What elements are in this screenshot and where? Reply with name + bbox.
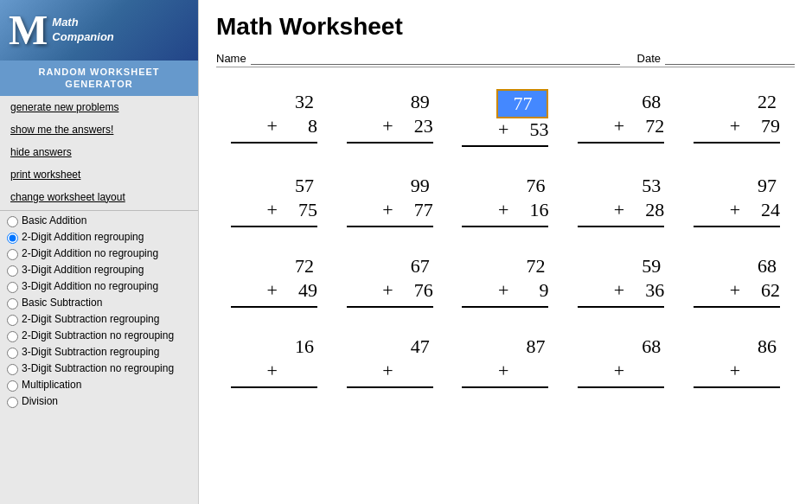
radio-3digit-sub-no-regroup-input[interactable] <box>7 364 18 375</box>
radio-3digit-add-regroup-input[interactable] <box>7 265 18 277</box>
problem-top: 72 <box>496 253 548 279</box>
problem-num: 79 <box>745 115 780 137</box>
hide-answers-link[interactable]: hide answers <box>0 141 198 163</box>
op-sign: + <box>498 199 508 221</box>
answer-line <box>347 224 433 227</box>
answer-line <box>578 140 664 144</box>
answer-line <box>694 304 780 308</box>
problem-bottom: + 62 <box>730 279 780 302</box>
problem-bottom: + 28 <box>614 199 664 221</box>
worksheet-title: Math Worksheet <box>216 13 795 41</box>
radio-3digit-add-no-regroup-label: 3-Digit Addition no regrouping <box>22 280 158 292</box>
problem-num: 9 <box>514 279 548 302</box>
problem-top: 59 <box>612 253 664 279</box>
sidebar: M Math Companion RANDOM WORKSHEET GENERA… <box>0 0 199 504</box>
radio-2digit-sub-no-regroup[interactable]: 2-Digit Subtraction no regrouping <box>0 328 198 344</box>
radio-3digit-add-regroup[interactable]: 3-Digit Addition regrouping <box>0 262 198 278</box>
problem-4-5: 86 + <box>694 334 780 388</box>
op-sign: + <box>730 199 740 221</box>
problem-2-2: 99 + 77 <box>347 173 433 227</box>
problems-row-1: 32 + 8 89 + 23 77 + 53 68 <box>216 89 795 147</box>
radio-2digit-add-no-regroup-label: 2-Digit Addition no regrouping <box>22 247 158 259</box>
radio-2digit-sub-no-regroup-input[interactable] <box>7 331 18 342</box>
op-sign: + <box>498 118 508 141</box>
generate-link[interactable]: generate new problems <box>0 96 198 118</box>
problem-top: 57 <box>265 173 317 199</box>
problem-bottom: + 8 <box>266 115 316 137</box>
radio-basic-addition[interactable]: Basic Addition <box>0 213 198 229</box>
logo-text-block: Math Companion <box>52 16 114 45</box>
radio-3digit-sub-no-regroup[interactable]: 3-Digit Subtraction no regrouping <box>0 360 198 377</box>
radio-basic-addition-label: Basic Addition <box>22 214 86 226</box>
problem-top: 68 <box>728 253 780 279</box>
problem-top: 89 <box>381 89 433 115</box>
problem-1-4: 68 + 72 <box>578 89 664 147</box>
radio-division[interactable]: Division <box>0 393 198 410</box>
problem-top: 76 <box>496 173 548 199</box>
problem-bottom: + 23 <box>382 115 432 137</box>
op-sign: + <box>614 115 624 137</box>
problem-top: 47 <box>381 334 433 360</box>
problems-row-4: 16 + 47 + 87 + 68 + <box>216 334 795 388</box>
radio-3digit-add-no-regroup-input[interactable] <box>7 282 18 293</box>
generator-title: RANDOM WORKSHEET GENERATOR <box>0 61 198 96</box>
problem-bottom: + <box>266 360 316 382</box>
radio-multiplication-label: Multiplication <box>22 379 81 391</box>
logo-m-letter: M <box>9 10 48 51</box>
problem-bottom: + 75 <box>266 199 316 221</box>
radio-2digit-sub-regroup-input[interactable] <box>7 315 18 326</box>
radio-basic-subtraction[interactable]: Basic Subtraction <box>0 295 198 311</box>
logo-text-line1: Math <box>52 16 114 30</box>
radio-2digit-sub-regroup[interactable]: 2-Digit Subtraction regrouping <box>0 311 198 328</box>
problem-num: 53 <box>514 118 548 141</box>
radio-3digit-add-no-regroup[interactable]: 3-Digit Addition no regrouping <box>0 278 198 295</box>
problem-top: 22 <box>728 89 780 115</box>
problem-3-3: 72 + 9 <box>462 253 548 308</box>
problem-4-4: 68 + <box>578 334 664 388</box>
radio-2digit-add-regroup-input[interactable] <box>7 233 18 244</box>
logo-area: M Math Companion <box>0 0 198 61</box>
problem-num: 62 <box>745 279 780 302</box>
print-link[interactable]: print worksheet <box>0 163 198 186</box>
op-sign: + <box>266 360 277 382</box>
problem-bottom: + 24 <box>730 199 780 221</box>
radio-2digit-sub-no-regroup-label: 2-Digit Subtraction no regrouping <box>22 329 174 341</box>
sidebar-divider <box>0 210 198 211</box>
radio-basic-subtraction-label: Basic Subtraction <box>22 297 102 309</box>
answer-line <box>231 140 317 144</box>
radio-3digit-sub-regroup[interactable]: 3-Digit Subtraction regrouping <box>0 344 198 360</box>
radio-division-input[interactable] <box>7 397 18 408</box>
problem-4-2: 47 + <box>347 334 433 388</box>
radio-multiplication-input[interactable] <box>7 380 18 392</box>
problem-3-1: 72 + 49 <box>231 253 317 308</box>
show-answers-link[interactable]: show me the answers! <box>0 118 198 141</box>
op-sign: + <box>614 199 624 221</box>
problem-3-5: 68 + 62 <box>694 253 780 308</box>
problem-bottom: + <box>730 360 780 382</box>
radio-multiplication[interactable]: Multiplication <box>0 377 198 393</box>
problem-top: 87 <box>496 334 548 360</box>
problem-num: 75 <box>283 199 317 221</box>
radio-2digit-add-regroup[interactable]: 2-Digit Addition regrouping <box>0 229 198 246</box>
radio-3digit-sub-regroup-input[interactable] <box>7 348 18 359</box>
problem-num: 76 <box>399 279 433 302</box>
radio-2digit-add-no-regroup[interactable]: 2-Digit Addition no regrouping <box>0 246 198 262</box>
main-content: Math Worksheet Name Date 32 + 8 89 + 23 … <box>199 0 812 504</box>
problem-num: 16 <box>514 199 548 221</box>
answer-line <box>462 385 548 388</box>
radio-2digit-add-no-regroup-input[interactable] <box>7 249 18 260</box>
problem-num: 8 <box>283 115 317 137</box>
date-label: Date <box>637 52 661 65</box>
radio-basic-addition-input[interactable] <box>7 216 18 227</box>
answer-line <box>694 224 780 227</box>
problem-num: 28 <box>630 199 664 221</box>
radio-3digit-add-regroup-label: 3-Digit Addition regrouping <box>22 264 144 276</box>
problem-1-2: 89 + 23 <box>347 89 433 147</box>
problem-3-4: 59 + 36 <box>578 253 664 308</box>
change-layout-link[interactable]: change worksheet layout <box>0 186 198 208</box>
name-label: Name <box>216 52 246 65</box>
radio-basic-subtraction-input[interactable] <box>7 298 18 309</box>
problem-top: 97 <box>728 173 780 199</box>
answer-line <box>578 385 664 388</box>
problem-top: 86 <box>728 334 780 360</box>
